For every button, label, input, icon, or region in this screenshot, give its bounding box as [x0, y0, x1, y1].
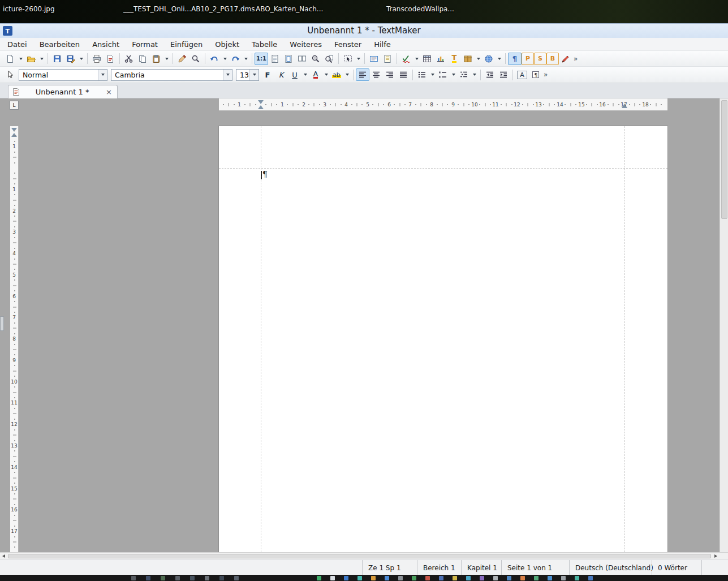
taskbar-icon[interactable] — [146, 576, 150, 580]
save-as-button[interactable] — [64, 53, 77, 65]
status-chapter[interactable]: Kapitel 1 — [461, 560, 501, 575]
object-mode-button[interactable] — [341, 53, 355, 65]
desktop-file-label[interactable]: ___TEST_DHL_Onli... — [123, 5, 191, 13]
splitter-handle[interactable] — [0, 316, 4, 331]
menu-tabelle[interactable]: Tabelle — [245, 38, 283, 50]
spellcheck-dropdown[interactable] — [413, 53, 420, 65]
taskbar-icon[interactable] — [575, 576, 579, 580]
outline-list-button[interactable] — [457, 68, 471, 81]
hyperlink-dropdown[interactable] — [496, 53, 503, 65]
align-justify-button[interactable] — [397, 68, 410, 81]
normal-view-button[interactable] — [268, 53, 282, 65]
insert-comment-button[interactable] — [381, 53, 394, 65]
formatting-marks-button[interactable]: ¶ — [508, 53, 522, 65]
decrease-indent-button[interactable] — [483, 68, 497, 81]
desktop-file-label[interactable]: TranscodedWallpa... — [386, 5, 454, 13]
menu-hilfe[interactable]: Hilfe — [368, 38, 397, 50]
font-size-dropdown[interactable] — [249, 70, 259, 80]
pdf-export-button[interactable] — [104, 53, 117, 65]
horizontal-scrollbar-thumb[interactable] — [8, 554, 711, 558]
open-button[interactable] — [24, 53, 38, 65]
table-button[interactable] — [420, 53, 434, 65]
vertical-scrollbar-thumb[interactable] — [721, 100, 727, 219]
menu-fenster[interactable]: Fenster — [328, 38, 368, 50]
status-page[interactable]: Seite 1 von 1 — [501, 560, 569, 575]
open-dropdown[interactable] — [38, 53, 45, 65]
numbered-list-button[interactable] — [436, 68, 450, 81]
tab-close-button[interactable]: × — [104, 88, 114, 96]
character-dialog-button[interactable]: A — [515, 68, 529, 81]
taskbar-icon[interactable] — [357, 576, 362, 580]
font-dropdown[interactable] — [223, 70, 232, 80]
taskbar-icon[interactable] — [330, 576, 335, 580]
scroll-left-arrow[interactable] — [2, 554, 5, 558]
format-painter-button[interactable] — [175, 53, 189, 65]
field-p-button[interactable]: P — [522, 53, 534, 65]
font-color-button[interactable]: A — [309, 68, 322, 81]
copy-button[interactable] — [136, 53, 149, 65]
bold-button[interactable]: F — [261, 68, 274, 81]
underline-dropdown[interactable] — [301, 68, 309, 81]
toolbar-overflow-button[interactable]: » — [574, 55, 578, 63]
menu-datei[interactable]: Datei — [1, 38, 33, 50]
save-button[interactable] — [50, 53, 64, 65]
highlight-color-button[interactable]: ab — [330, 68, 343, 81]
taskbar-icon[interactable] — [344, 576, 348, 580]
taskbar-icon[interactable] — [219, 576, 224, 580]
new-document-dropdown[interactable] — [17, 53, 24, 65]
increase-indent-button[interactable] — [497, 68, 510, 81]
menu-einfuegen[interactable]: Einfügen — [164, 38, 209, 50]
object-select-button[interactable] — [3, 68, 17, 81]
menu-objekt[interactable]: Objekt — [209, 38, 245, 50]
object-mode-dropdown[interactable] — [355, 53, 362, 65]
taskbar-icon[interactable] — [507, 576, 511, 580]
desktop-file-label[interactable]: icture-2600.jpg — [3, 5, 55, 13]
underline-button[interactable]: U — [288, 68, 301, 81]
title-bar[interactable]: T Unbenannt 1 * - TextMaker — [0, 24, 728, 38]
taskbar-icon[interactable] — [520, 576, 525, 580]
chart-button[interactable] — [434, 53, 447, 65]
paste-button[interactable] — [149, 53, 163, 65]
zoom-100-button[interactable]: 1:1 — [255, 53, 268, 65]
taskbar-icon[interactable] — [588, 576, 593, 580]
taskbar-icon[interactable] — [466, 576, 471, 580]
status-word-count[interactable]: 0 Wörter — [652, 560, 701, 575]
save-as-dropdown[interactable] — [77, 53, 85, 65]
taskbar-icon[interactable] — [234, 576, 239, 580]
multi-page-view-button[interactable] — [295, 53, 309, 65]
left-indent-marker[interactable] — [258, 100, 264, 104]
menu-bearbeiten[interactable]: Bearbeiten — [33, 38, 86, 50]
redo-dropdown[interactable] — [242, 53, 249, 65]
scroll-right-arrow[interactable] — [714, 554, 717, 558]
menu-format[interactable]: Format — [126, 38, 164, 50]
align-right-button[interactable] — [383, 68, 397, 81]
bullet-list-button[interactable] — [415, 68, 429, 81]
taskbar-icon[interactable] — [453, 576, 457, 580]
outline-list-dropdown[interactable] — [471, 68, 478, 81]
align-center-button[interactable] — [369, 68, 383, 81]
taskbar-icon[interactable] — [205, 576, 209, 580]
font-combo[interactable]: Cambria — [111, 69, 232, 81]
italic-button[interactable]: K — [274, 68, 288, 81]
taskbar-icon[interactable] — [480, 576, 484, 580]
field-b-button[interactable]: B — [546, 53, 559, 65]
taskbar-icon[interactable] — [412, 576, 416, 580]
zoom-page-button[interactable] — [322, 53, 336, 65]
taskbar-icon[interactable] — [534, 576, 539, 580]
formatting-overflow-button[interactable]: » — [544, 71, 548, 79]
vertical-ruler[interactable]: 11234567891011121314151617 — [10, 126, 19, 552]
taskbar-icon[interactable] — [175, 576, 180, 580]
cut-button[interactable] — [122, 53, 136, 65]
insert-text-frame-button[interactable] — [367, 53, 381, 65]
menu-ansicht[interactable]: Ansicht — [86, 38, 126, 50]
taskbar-icon[interactable] — [385, 576, 389, 580]
print-button[interactable] — [90, 53, 104, 65]
bullet-list-dropdown[interactable] — [429, 68, 436, 81]
tab-type-selector[interactable]: L — [10, 101, 19, 110]
text-module-button[interactable]: T — [447, 53, 461, 65]
paste-dropdown[interactable] — [163, 53, 170, 65]
redo-button[interactable] — [229, 53, 242, 65]
horizontal-ruler[interactable]: 1123456789101112131415161718 — [219, 98, 667, 111]
status-section[interactable]: Bereich 1 — [417, 560, 461, 575]
undo-button[interactable] — [208, 53, 221, 65]
